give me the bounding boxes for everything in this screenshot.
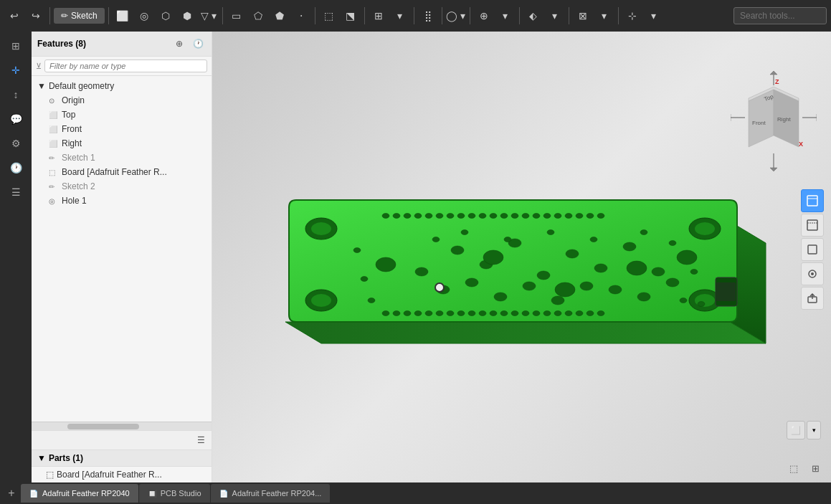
tool16b-button[interactable]: ▾ [545, 6, 565, 26]
parts-item-board[interactable]: ⬚ Board [Adafruit Feather R... [32, 467, 212, 482]
svg-point-81 [590, 237, 597, 242]
tool9-button[interactable]: ⬝ [291, 6, 311, 26]
svg-point-18 [447, 213, 454, 218]
svg-point-31 [587, 213, 594, 218]
svg-point-22 [490, 213, 497, 218]
tab-label-3: Adafruit Feather RP204... [232, 489, 322, 498]
sketch-button[interactable]: ✏ Sketch [54, 8, 105, 24]
move2-icon[interactable]: ↕ [4, 83, 27, 106]
tool10-button[interactable]: ⬚ [319, 6, 339, 26]
parts-title: Parts (1) [49, 453, 83, 463]
tool17-button[interactable]: ⊠ [573, 6, 593, 26]
svg-point-57 [537, 271, 550, 280]
board-3d-view [242, 85, 802, 429]
divider-11 [618, 7, 619, 24]
view-hidden-button[interactable] [801, 262, 824, 285]
view-outline-button[interactable] [801, 238, 824, 261]
svg-point-32 [597, 213, 604, 218]
divider-7 [442, 7, 442, 24]
svg-point-68 [580, 282, 593, 290]
svg-point-52 [587, 310, 594, 315]
viewport[interactable]: Z X Top Front Right ⬜ ▾ [212, 32, 831, 482]
bottom-right-icons: ⬚ ⊞ [785, 460, 824, 477]
add-feature-button[interactable]: ⊕ [171, 36, 187, 52]
tool4-button[interactable]: ⬢ [177, 6, 197, 26]
comment2-icon[interactable]: 💬 [4, 108, 27, 130]
tree-item-hole1[interactable]: ◎ Hole 1 [32, 194, 212, 208]
parts-board-label: Board [Adafruit Feather R... [57, 470, 162, 480]
svg-point-44 [500, 310, 508, 315]
tool11-button[interactable]: ⬔ [341, 6, 361, 26]
svg-point-69 [609, 285, 622, 294]
bottom-icon-1[interactable]: ⬚ [785, 460, 802, 477]
tool8-button[interactable]: ⬟ [270, 6, 290, 26]
svg-point-76 [376, 257, 396, 272]
tool1-button[interactable]: ⬜ [113, 6, 133, 26]
tab-adafruit-rp2040[interactable]: 📄 Adafruit Feather RP204... [211, 484, 331, 503]
svg-point-79 [504, 237, 511, 242]
svg-point-34 [393, 310, 400, 315]
clock-button[interactable]: 🕐 [190, 36, 206, 52]
tree-item-right[interactable]: ⬜ Right [32, 136, 212, 151]
tree-item-board[interactable]: ⬚ Board [Adafruit Feather R... [32, 165, 212, 179]
search-input[interactable] [733, 7, 827, 24]
svg-point-74 [627, 261, 647, 275]
svg-point-15 [414, 213, 422, 218]
svg-point-88 [698, 301, 705, 306]
tool15-button[interactable]: ⊕ [474, 6, 494, 26]
svg-marker-1 [285, 322, 766, 343]
view-3d-button[interactable] [801, 189, 824, 212]
view-wireframe-button[interactable] [801, 214, 824, 237]
history2-icon[interactable]: 🕐 [4, 156, 27, 179]
tool17b-button[interactable]: ▾ [594, 6, 614, 26]
tab-adafruit-feather[interactable]: 📄 Adafruit Feather RP2040 [21, 484, 138, 503]
svg-point-5 [695, 222, 715, 235]
horizontal-scrollbar[interactable] [32, 422, 212, 430]
tool14-button[interactable]: ◯ ▾ [446, 6, 466, 26]
redo-button[interactable]: ↪ [26, 6, 46, 26]
tree-item-sketch2[interactable]: ✏ Sketch 2 [32, 179, 212, 194]
front-label: Front [62, 124, 82, 134]
view-dropdown-button[interactable]: ▾ [807, 421, 821, 439]
tree-item-origin[interactable]: ⊙ Origin [32, 93, 212, 108]
tab-pcb-studio[interactable]: 🔲 PCB Studio [139, 484, 210, 503]
target-b-button[interactable]: ▾ [644, 6, 664, 26]
tree-item-top[interactable]: ⬜ Top [32, 108, 212, 122]
svg-point-46 [522, 310, 529, 315]
add-icon[interactable]: ✛ [4, 59, 27, 82]
tool12b-button[interactable]: ▾ [390, 6, 410, 26]
tree-item-front[interactable]: ⬜ Front [32, 122, 212, 136]
tool13-button[interactable]: ⣿ [418, 6, 438, 26]
view-export-button[interactable] [801, 287, 824, 310]
tool7-button[interactable]: ⬠ [248, 6, 268, 26]
bottom-icon-2[interactable]: ⊞ [807, 460, 824, 477]
add-tab-button[interactable]: + [3, 485, 20, 502]
svg-point-28 [554, 213, 561, 218]
tool5-button[interactable]: ▽ ▾ [199, 6, 219, 26]
tool12-button[interactable]: ⊞ [369, 6, 389, 26]
svg-point-42 [479, 310, 486, 315]
nav-cube-svg[interactable]: Z X Top Front Right [731, 71, 817, 171]
divider-2 [108, 7, 109, 24]
target-button[interactable]: ⊹ [622, 6, 642, 26]
svg-point-67 [551, 296, 564, 305]
tool6-button[interactable]: ▭ [227, 6, 247, 26]
view-cube-button[interactable]: ⬜ [787, 421, 805, 439]
tree-item-sketch1[interactable]: ✏ Sketch 1 [32, 151, 212, 165]
properties-button[interactable]: ☰ [193, 432, 209, 448]
tool15b-button[interactable]: ▾ [495, 6, 516, 26]
parts-header[interactable]: ▼ Parts (1) [32, 450, 212, 467]
settings2-icon[interactable]: ⚙ [4, 132, 27, 155]
filter-input[interactable] [44, 60, 207, 72]
divider-4 [315, 7, 315, 24]
undo-button[interactable]: ↩ [4, 6, 24, 26]
tool16-button[interactable]: ⬖ [523, 6, 543, 26]
tool2-button[interactable]: ◎ [134, 6, 154, 26]
svg-point-33 [382, 310, 389, 315]
default-geometry-header[interactable]: ▼ Default geometry [32, 79, 212, 93]
layers2-icon[interactable]: ☰ [4, 181, 27, 204]
svg-point-29 [565, 213, 572, 218]
tool3-button[interactable]: ⬡ [156, 6, 176, 26]
feature-tree-icon[interactable]: ⊞ [4, 34, 27, 57]
svg-point-13 [393, 213, 400, 218]
